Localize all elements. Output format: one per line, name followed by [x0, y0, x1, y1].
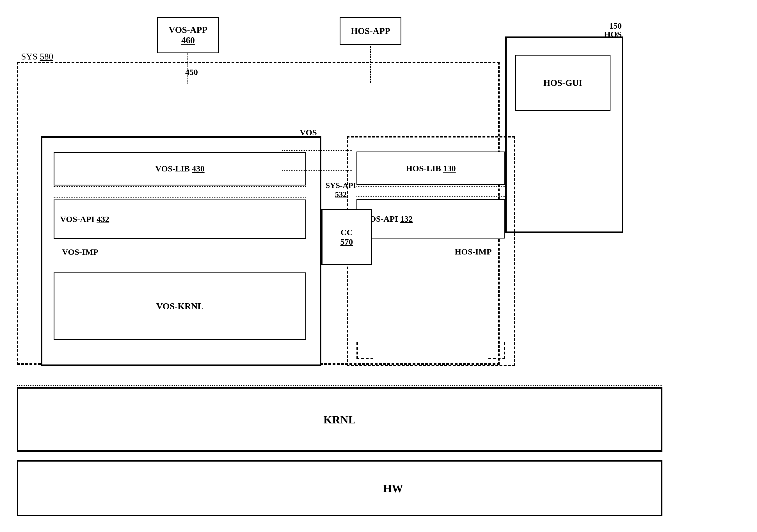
vos-krnl-label: VOS-KRNL — [156, 301, 203, 311]
hos-150-label: 150 — [609, 21, 622, 31]
vos-app-num: 460 — [181, 35, 195, 45]
hos-api-box: HOS-API 132 — [356, 199, 505, 239]
bracket-bottom-left — [356, 342, 373, 359]
vos-dotted-line — [54, 197, 306, 197]
hos-gui-box: HOS-GUI — [515, 55, 611, 111]
hos-section-box: HOS-LIB 130 HOS-API 132 HOS-IMP — [347, 136, 515, 366]
sys-label: SYS 580 — [21, 51, 53, 62]
vos-main-box: VOS VOS-LIB 430 VOS-API 432 VOS-IMP — [41, 136, 321, 366]
hline-sys-api-bottom — [282, 170, 352, 171]
cc-box: CC 570 — [321, 209, 372, 265]
sys-api-label: SYS-API 532 — [326, 181, 356, 199]
hos-api-dotted-top — [356, 186, 505, 187]
krnl-label: KRNL — [323, 413, 356, 426]
vos-imp-label: VOS-IMP — [62, 247, 98, 257]
hos-dotted-line — [356, 196, 505, 197]
vos-app-label: VOS-APP — [169, 25, 207, 35]
vos-krnl-box: VOS-KRNL — [54, 273, 306, 340]
sys-krnl-dotted — [17, 385, 662, 386]
vos-label: VOS — [300, 128, 317, 137]
hw-label: HW — [383, 482, 403, 495]
hw-box: CPU HW — [17, 460, 662, 516]
vos-api-dotted-top — [54, 186, 306, 187]
hos-label: HOS — [604, 29, 622, 39]
sys-580-box: SYS 580 VOS VOS-LIB 430 VOS-API 432 — [17, 62, 500, 365]
cc-label: CC — [341, 227, 352, 237]
vos-app-box: VOS-APP 460 — [157, 17, 219, 53]
hline-sys-api-top — [282, 150, 352, 151]
hos-imp-label: HOS-IMP — [455, 247, 492, 256]
hos-app-label: HOS-APP — [351, 26, 390, 36]
sys-num: 580 — [40, 51, 53, 61]
hos-outer-box: HOS 150 HOS-GUI — [505, 37, 623, 233]
bracket-bottom-right — [488, 342, 505, 359]
vos-api-box: VOS-API 432 — [54, 199, 306, 239]
cc-num: 570 — [341, 237, 353, 247]
vos-lib-label: VOS-LIB 430 — [155, 164, 204, 173]
hos-lib-label: HOS-LIB 130 — [406, 163, 456, 173]
hos-lib-box: HOS-LIB 130 — [356, 152, 505, 185]
vos-api-label: VOS-API 432 — [60, 214, 109, 224]
vos-lib-box: VOS-LIB 430 — [54, 152, 306, 186]
krnl-box: KRNL — [17, 387, 662, 452]
hos-gui-label: HOS-GUI — [543, 78, 582, 88]
hos-app-box: HOS-APP — [340, 17, 401, 45]
diagram-container: VOS-APP 460 HOS-APP HOS 150 HOS-GUI 450 … — [0, 0, 757, 532]
